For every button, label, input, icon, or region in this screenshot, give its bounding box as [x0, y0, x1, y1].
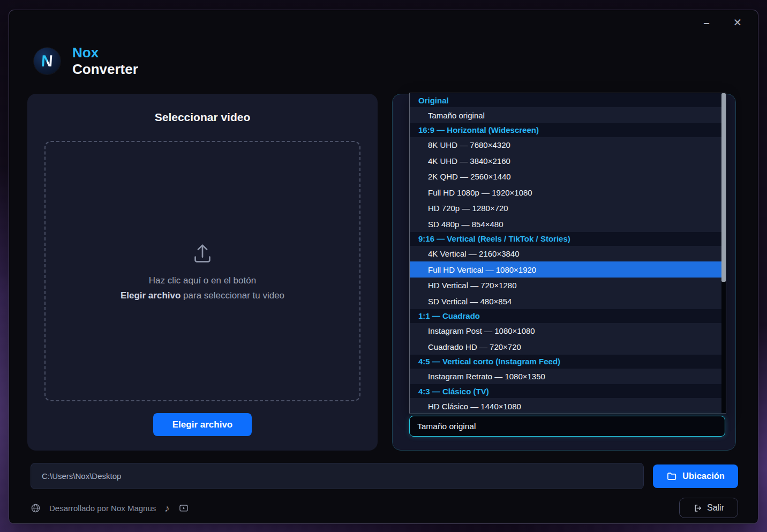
size-select[interactable]: Tamaño original: [409, 416, 725, 437]
brand-header: N Nox Converter: [9, 44, 758, 78]
app-logo: N: [34, 48, 61, 74]
dropdown-option[interactable]: Instagram Post — 1080×1080: [410, 323, 721, 339]
dropdown-option[interactable]: HD Vertical — 720×1280: [410, 278, 721, 294]
location-button[interactable]: Ubicación: [653, 464, 738, 488]
dropzone-hint-line2: Elegir archivo para seleccionar tu video: [121, 290, 284, 301]
dropdown-option[interactable]: SD 480p — 854×480: [410, 216, 721, 232]
dropdown-option[interactable]: Full HD 1080p — 1920×1080: [410, 184, 721, 200]
output-path-input[interactable]: [31, 463, 644, 489]
dropdown-option[interactable]: 8K UHD — 7680×4320: [410, 137, 721, 153]
resolution-panel: OriginalTamaño original16:9 — Horizontal…: [392, 94, 736, 451]
dropdown-group-header: Original: [410, 93, 721, 107]
dropdown-group-header: 4:3 — Clásico (TV): [410, 384, 721, 398]
dropdown-option[interactable]: Tamaño original: [410, 107, 721, 123]
size-select-value: Tamaño original: [417, 422, 476, 431]
titlebar: – ✕: [9, 10, 758, 35]
dropzone-hint-line1: Haz clic aquí o en el botón: [149, 275, 256, 286]
youtube-icon[interactable]: [178, 503, 189, 513]
dropdown-option[interactable]: 4K Vertical — 2160×3840: [410, 246, 721, 262]
dropdown-scrollbar-thumb[interactable]: [721, 93, 726, 282]
dropdown-group-header: 9:16 — Vertical (Reels / TikTok / Storie…: [410, 232, 721, 246]
exit-icon: [693, 504, 702, 513]
brand-subtitle: Converter: [72, 61, 138, 78]
folder-icon: [666, 471, 677, 482]
globe-icon: [31, 503, 41, 513]
tiktok-icon[interactable]: ♪: [164, 503, 170, 513]
dropdown-option[interactable]: SD Vertical — 480×854: [410, 293, 721, 309]
dropdown-group-header: 1:1 — Cuadrado: [410, 309, 721, 323]
app-window: – ✕ N Nox Converter Seleccionar video H: [9, 10, 758, 524]
video-dropzone[interactable]: Haz clic aquí o en el botón Elegir archi…: [44, 141, 360, 401]
developer-credit: Desarrollado por Nox Magnus: [49, 504, 156, 513]
brand-name: Nox: [72, 44, 138, 61]
close-button[interactable]: ✕: [731, 17, 744, 28]
dropdown-scrollbar[interactable]: [721, 93, 726, 413]
dropdown-group-header: 4:5 — Vertical corto (Instagram Feed): [410, 355, 721, 369]
dropdown-option[interactable]: 4K UHD — 3840×2160: [410, 153, 721, 169]
dropdown-option[interactable]: Instagram Retrato — 1080×1350: [410, 369, 721, 385]
resolution-dropdown-popup: OriginalTamaño original16:9 — Horizontal…: [409, 93, 726, 414]
upload-icon: [190, 241, 215, 266]
exit-button[interactable]: Salir: [679, 498, 738, 518]
dropdown-option[interactable]: Full HD Vertical — 1080×1920: [410, 261, 721, 278]
dropdown-option[interactable]: HD Clásico — 1440×1080: [410, 398, 721, 414]
minimize-button[interactable]: –: [700, 17, 713, 28]
dropdown-option[interactable]: Cuadrado HD — 720×720: [410, 339, 721, 355]
dropdown-option[interactable]: HD 720p — 1280×720: [410, 200, 721, 216]
logo-letter: N: [41, 53, 54, 69]
dropdown-option[interactable]: 2K QHD — 2560×1440: [410, 169, 721, 185]
panel-title: Seleccionar video: [155, 111, 251, 124]
select-video-panel: Seleccionar video Haz clic aquí o en el …: [27, 94, 378, 451]
resolution-dropdown-list: OriginalTamaño original16:9 — Horizontal…: [410, 93, 721, 413]
dropdown-group-header: 16:9 — Horizontal (Widescreen): [410, 123, 721, 137]
choose-file-button[interactable]: Elegir archivo: [153, 413, 252, 437]
